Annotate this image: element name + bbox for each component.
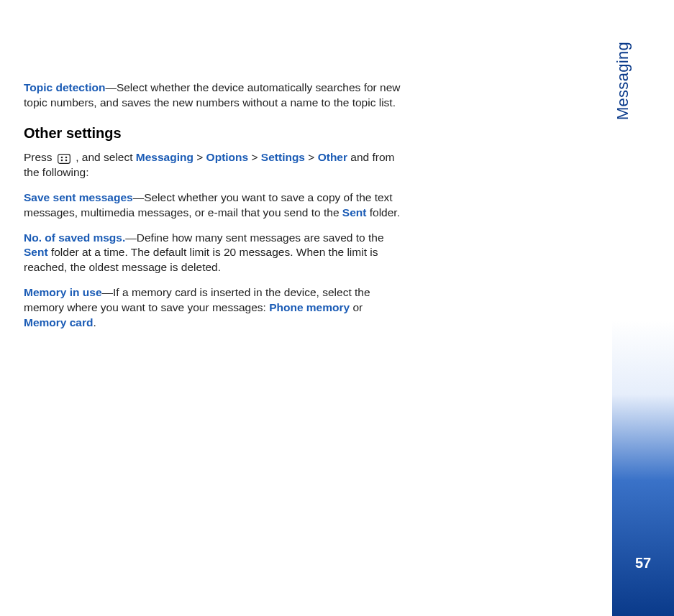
svg-point-1 bbox=[61, 156, 63, 158]
intro-sep3: > bbox=[305, 151, 318, 163]
intro-pre: Press bbox=[24, 151, 55, 163]
nav-options: Options bbox=[206, 151, 249, 163]
intro-sep1: > bbox=[193, 151, 206, 163]
text-memory-or: or bbox=[350, 301, 363, 313]
para-intro-nav: Press , and select Messaging > Options >… bbox=[24, 150, 401, 180]
nav-other: Other bbox=[318, 151, 347, 163]
heading-other-settings: Other settings bbox=[24, 124, 401, 143]
label-save-sent: Save sent messages bbox=[24, 191, 133, 203]
option-phone-memory: Phone memory bbox=[269, 301, 350, 313]
svg-point-3 bbox=[61, 159, 63, 161]
nav-settings: Settings bbox=[261, 151, 305, 163]
body-content: Topic detection—Select whether the devic… bbox=[24, 81, 401, 341]
svg-point-4 bbox=[65, 159, 68, 161]
page: Topic detection—Select whether the devic… bbox=[0, 0, 674, 616]
sep-memory-in-use: — bbox=[102, 286, 114, 298]
svg-point-2 bbox=[65, 156, 68, 158]
sep-topic-detection: — bbox=[105, 81, 117, 93]
intro-sep2: > bbox=[248, 151, 261, 163]
sep-no-saved: — bbox=[125, 231, 137, 244]
svg-rect-0 bbox=[58, 154, 70, 163]
nav-messaging: Messaging bbox=[136, 151, 193, 163]
label-topic-detection: Topic detection bbox=[24, 81, 105, 93]
para-no-saved: No. of saved msgs.—Define how many sent … bbox=[24, 231, 401, 276]
label-memory-in-use: Memory in use bbox=[24, 286, 102, 298]
page-number: 57 bbox=[612, 553, 674, 573]
label-sent-folder-2: Sent bbox=[24, 246, 48, 258]
sidebar: Messaging 57 bbox=[612, 0, 674, 616]
text-memory-period: . bbox=[93, 316, 96, 328]
label-no-saved: No. of saved msgs. bbox=[24, 231, 125, 244]
section-label: Messaging bbox=[612, 42, 674, 185]
text-no-saved-post: folder at a time. The default limit is 2… bbox=[24, 246, 378, 273]
option-memory-card: Memory card bbox=[24, 316, 93, 328]
para-topic-detection: Topic detection—Select whether the devic… bbox=[24, 81, 401, 111]
label-sent-folder-1: Sent bbox=[342, 206, 367, 219]
text-no-saved-pre: Define how many sent messages are saved … bbox=[137, 231, 384, 244]
para-memory-in-use: Memory in use—If a memory card is insert… bbox=[24, 285, 401, 331]
text-save-sent-post: folder. bbox=[366, 206, 400, 219]
sep-save-sent: — bbox=[133, 191, 145, 203]
menu-key-icon bbox=[58, 153, 70, 163]
para-save-sent: Save sent messages—Select whether you wa… bbox=[24, 190, 401, 221]
intro-post1: , and select bbox=[73, 151, 136, 163]
